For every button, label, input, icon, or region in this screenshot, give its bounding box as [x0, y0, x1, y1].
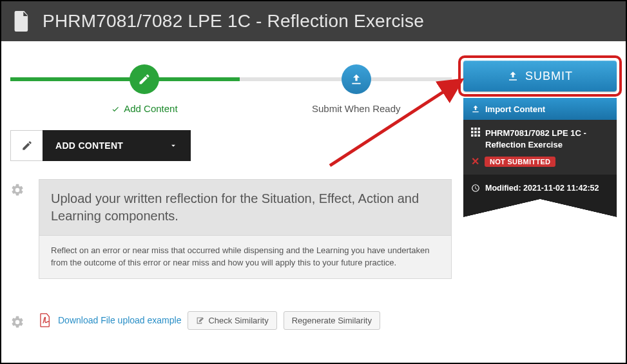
- svg-rect-7: [474, 135, 477, 137]
- svg-rect-2: [478, 128, 481, 130]
- step-add-content-icon: [130, 64, 159, 94]
- status-badge: NOT SUBMITTED: [485, 157, 555, 167]
- instructions-heading: Upload your written reflection for the S…: [51, 190, 439, 225]
- gear-icon[interactable]: [10, 179, 28, 279]
- document-icon: [13, 11, 31, 32]
- check-icon: [111, 104, 120, 113]
- submit-button[interactable]: SUBMIT: [463, 61, 617, 91]
- svg-rect-6: [471, 135, 474, 137]
- step-add-content-label: Add Content: [111, 103, 177, 114]
- svg-rect-0: [471, 128, 474, 130]
- regenerate-similarity-button[interactable]: Regenerate Similarity: [284, 311, 380, 330]
- instructions-body-panel: Reflect on an error or near miss that oc…: [39, 235, 452, 279]
- upload-icon: [471, 104, 480, 113]
- modified-info: Modified: 2021-11-02 11:42:52: [463, 175, 617, 199]
- step-submit-icon: [342, 64, 371, 94]
- step-submit-label: Submit When Ready: [312, 103, 401, 114]
- x-icon: ✕: [471, 157, 479, 167]
- chevron-down-icon: [169, 141, 178, 150]
- instructions-body: Reflect on an error or near miss that oc…: [51, 245, 430, 267]
- modified-label: Modified:: [485, 184, 521, 193]
- edit-box-icon: [196, 316, 204, 325]
- page-header: PHRM7081/7082 LPE 1C - Reflection Exerci…: [1, 1, 626, 41]
- check-similarity-button[interactable]: Check Similarity: [188, 311, 276, 330]
- grid-icon: [471, 128, 480, 137]
- submission-status-block: PHRM7081/7082 LPE 1C - Reflection Exerci…: [463, 120, 617, 175]
- download-example-link[interactable]: Download File upload example: [58, 315, 181, 325]
- pdf-icon: [39, 313, 52, 327]
- progress-stepper: Add Content Submit When Ready: [10, 61, 452, 112]
- page-title: PHRM7081/7082 LPE 1C - Reflection Exerci…: [43, 11, 424, 32]
- svg-rect-4: [474, 131, 477, 133]
- instructions-heading-panel: Upload your written reflection for the S…: [39, 179, 452, 235]
- edit-tab-icon[interactable]: [10, 130, 43, 161]
- import-content-button[interactable]: Import Content: [463, 98, 617, 120]
- submit-label: SUBMIT: [525, 70, 573, 83]
- submission-item-title: PHRM7081/7082 LPE 1C - Reflection Exerci…: [485, 128, 609, 150]
- upload-icon: [507, 70, 519, 82]
- svg-rect-3: [471, 131, 474, 133]
- add-content-label: ADD CONTENT: [55, 140, 123, 151]
- svg-rect-8: [478, 135, 481, 137]
- import-content-label: Import Content: [485, 104, 545, 114]
- svg-rect-5: [478, 131, 481, 133]
- modified-value: 2021-11-02 11:42:52: [523, 184, 599, 193]
- clock-icon: [471, 184, 480, 193]
- gear-icon[interactable]: [10, 311, 28, 330]
- add-content-dropdown[interactable]: ADD CONTENT: [43, 130, 191, 161]
- svg-rect-1: [474, 128, 477, 130]
